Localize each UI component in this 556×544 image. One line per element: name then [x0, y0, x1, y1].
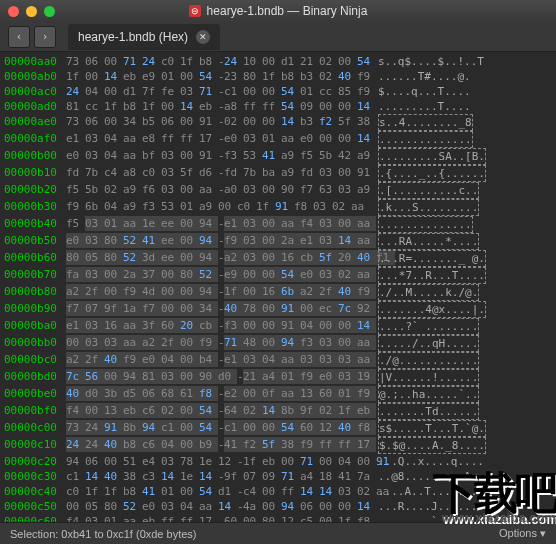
- hex-row[interactable]: 00000bc0a22f40f9e00400b4-e10304aa030303a…: [4, 352, 552, 369]
- ascii: s..4........_8: [378, 114, 473, 131]
- hex-row[interactable]: 00000b50e003805241ee0094-f903002ae10314a…: [4, 233, 552, 250]
- close-tab-icon[interactable]: ✕: [196, 30, 210, 44]
- hex-bytes[interactable]: fd7bc4a8c0035fd6-fd7bbaa9fd030091: [66, 165, 374, 182]
- hex-row[interactable]: 00000bf0f40013ebc6020054-6402148b9f021fe…: [4, 403, 552, 420]
- hex-row[interactable]: 00000aa07306007124c01fb8-241000d12102005…: [4, 54, 552, 69]
- hex-bytes[interactable]: 242440b8c60400b9-41f25f38f9ffff17: [66, 437, 374, 454]
- address: 00000b30: [4, 199, 66, 216]
- hex-row[interactable]: 00000ab01f0014ebe9010054-23801fb8b30240f…: [4, 69, 552, 84]
- ascii: ......T#....@.: [378, 69, 471, 84]
- hex-row[interactable]: 00000bb0000303aaa22f00f9-71480094f30300a…: [4, 335, 552, 352]
- ascii: ....?` ........: [378, 318, 479, 335]
- hex-row[interactable]: 00000b00e00304aabf030091-f35341a9f55b42a…: [4, 148, 552, 165]
- ascii: $....q...T....: [378, 84, 471, 99]
- hex-row[interactable]: 00000b90f7079f1af7000034-4078009100ec7c9…: [4, 301, 552, 318]
- address: 00000ad0: [4, 99, 66, 114]
- hex-row[interactable]: 00000b60800580523dee0094-a2030016cb5f204…: [4, 250, 552, 267]
- address: 00000c00: [4, 420, 66, 437]
- hex-row[interactable]: 00000b80a22f00f94d000094-1f00166ba22f40f…: [4, 284, 552, 301]
- address: 00000b60: [4, 250, 66, 267]
- hex-row[interactable]: 00000b40f50301aa1eee0094-e10300aaf40300a…: [4, 216, 552, 233]
- hex-bytes[interactable]: f7079f1af7000034-4078009100ec7c92: [66, 301, 374, 318]
- hex-row[interactable]: 00000af0e10304aae8ffff17-e00301aae000001…: [4, 131, 552, 148]
- ascii: ...RA.....*....: [378, 233, 479, 250]
- ascii: s..q$....$..!..T: [378, 54, 484, 69]
- hex-bytes[interactable]: 00058052e00304aa14-4a009406000014: [66, 499, 374, 514]
- hex-row[interactable]: 00000bd07c56009481030090d0-21a401f9e0031…: [4, 369, 552, 386]
- app-icon: ⊖: [189, 5, 201, 17]
- window-title: ⊖ hearye-1.bndb — Binary Ninja: [0, 4, 556, 18]
- hex-bytes[interactable]: e10304aae8ffff17-e00301aae0000014: [66, 131, 374, 148]
- ascii: @.;..ha.....`..: [378, 386, 479, 403]
- hex-bytes[interactable]: e10316aa3f6020cb-f300009104000014: [66, 318, 374, 335]
- ascii: .......Td......: [378, 403, 479, 420]
- address: 00000c60: [4, 514, 66, 522]
- hex-bytes[interactable]: 73060034b5060091-02000014b3f25f38: [66, 114, 374, 131]
- hex-bytes[interactable]: c1144038c3141e14-9f070971a418417a: [66, 469, 374, 484]
- hex-bytes[interactable]: 000303aaa22f00f9-71480094f30300aa: [66, 335, 374, 352]
- ascii: ...R=......._ @.: [378, 250, 486, 267]
- toolbar: ‹ › hearye-1.bndb (Hex) ✕: [0, 22, 556, 52]
- watermark: 下载吧 www.xiazaiba.com: [433, 473, 556, 524]
- ascii: ...*7..R...T....: [378, 267, 486, 284]
- tab-hex[interactable]: hearye-1.bndb (Hex) ✕: [68, 24, 220, 50]
- ascii: ..............: [378, 131, 473, 148]
- hex-row[interactable]: 00000ac0240400d17ffe0371-c100005401cc85f…: [4, 84, 552, 99]
- hex-bytes[interactable]: fa03002a37008052-e9000054e00302aa: [66, 267, 374, 284]
- hex-bytes[interactable]: f50301aa1eee0094-e10300aaf40300aa: [66, 216, 374, 233]
- address: 00000ba0: [4, 318, 66, 335]
- status-bar: Selection: 0xb41 to 0xc1f (0xde bytes) O…: [0, 522, 556, 544]
- hex-bytes[interactable]: f40013ebc6020054-6402148b9f021feb: [66, 403, 374, 420]
- hex-bytes[interactable]: 240400d17ffe0371-c100005401cc85f9: [66, 84, 374, 99]
- ascii: s$.....T...T.`@.: [378, 420, 486, 437]
- ascii: .........SA..[B.: [378, 148, 486, 165]
- ascii: ...../..qH.....: [378, 335, 479, 352]
- address: 00000be0: [4, 386, 66, 403]
- hex-bytes[interactable]: f96b04a9f35301a900c01f91f80302aa: [66, 199, 374, 216]
- ascii: .........T....: [378, 99, 471, 114]
- hex-bytes[interactable]: e003805241ee0094-f903002ae10314aa: [66, 233, 374, 250]
- address: 00000c40: [4, 484, 66, 499]
- hex-row[interactable]: 00000b20f55b02a9f60300aa-a0030090f76303a…: [4, 182, 552, 199]
- hex-row[interactable]: 00000ad081cc1fb81f0014eb-a8ffff540900001…: [4, 99, 552, 114]
- address: 00000bb0: [4, 335, 66, 352]
- hex-bytes[interactable]: 1f0014ebe9010054-23801fb8b30240f9: [66, 69, 374, 84]
- address: 00000b50: [4, 233, 66, 250]
- hex-row[interactable]: 00000ba0e10316aa3f6020cb-f30000910400001…: [4, 318, 552, 335]
- hex-row[interactable]: 00000ae073060034b5060091-02000014b3f25f3…: [4, 114, 552, 131]
- hex-bytes[interactable]: 81cc1fb81f0014eb-a8ffff5409000014: [66, 99, 374, 114]
- hex-bytes[interactable]: f40301aaebffff17-60008012c5001ff8: [66, 514, 374, 522]
- hex-bytes[interactable]: 7c56009481030090d0-21a401f9e00319: [66, 369, 374, 386]
- forward-button[interactable]: ›: [34, 26, 56, 48]
- hex-bytes[interactable]: c01f1fb841010054d1-c400ff14140302aa: [66, 484, 374, 499]
- watermark-url: www.xiazaiba.com: [433, 512, 556, 524]
- hex-row[interactable]: 00000c007324918b94c10054-c1000054601240f…: [4, 420, 552, 437]
- ascii: .k...S.........: [378, 199, 479, 216]
- hex-row[interactable]: 00000c10242440b8c60400b9-41f25f38f9ffff1…: [4, 437, 552, 454]
- ascii: |V......!......: [378, 369, 479, 386]
- hex-view[interactable]: 00000aa07306007124c01fb8-241000d12102005…: [0, 52, 556, 522]
- back-button[interactable]: ‹: [8, 26, 30, 48]
- hex-row[interactable]: 00000b10fd7bc4a8c0035fd6-fd7bbaa9fd03009…: [4, 165, 552, 182]
- address: 00000c10: [4, 437, 66, 454]
- address: 00000b00: [4, 148, 66, 165]
- hex-bytes[interactable]: f55b02a9f60300aa-a0030090f76303a9: [66, 182, 374, 199]
- ascii: ..............: [378, 216, 473, 233]
- ascii: ./..M.....k./@.: [378, 284, 479, 301]
- address: 00000ac0: [4, 84, 66, 99]
- hex-row[interactable]: 00000be040d03bd5066861f8-e2000faa136001f…: [4, 386, 552, 403]
- address: 00000af0: [4, 131, 66, 148]
- hex-bytes[interactable]: a22f00f94d000094-1f00166ba22f40f9: [66, 284, 374, 301]
- hex-bytes[interactable]: a22f40f9e00400b4-e10304aa030303aa: [66, 352, 374, 369]
- address: 00000b10: [4, 165, 66, 182]
- hex-bytes[interactable]: 94060051e403781e12-1feb007100040091: [66, 454, 374, 469]
- hex-row[interactable]: 00000b30f96b04a9f35301a900c01f91f80302aa…: [4, 199, 552, 216]
- hex-bytes[interactable]: 7324918b94c10054-c1000054601240f8: [66, 420, 374, 437]
- hex-bytes[interactable]: e00304aabf030091-f35341a9f55b42a9: [66, 148, 374, 165]
- hex-bytes[interactable]: 800580523dee0094-a2030016cb5f2040f1: [66, 250, 374, 267]
- hex-bytes[interactable]: 40d03bd5066861f8-e2000faa136001f9: [66, 386, 374, 403]
- hex-row[interactable]: 00000b70fa03002a37008052-e9000054e00302a…: [4, 267, 552, 284]
- hex-bytes[interactable]: 7306007124c01fb8-241000d121020054: [66, 54, 374, 69]
- options-button[interactable]: Options: [499, 527, 546, 540]
- address: 00000b80: [4, 284, 66, 301]
